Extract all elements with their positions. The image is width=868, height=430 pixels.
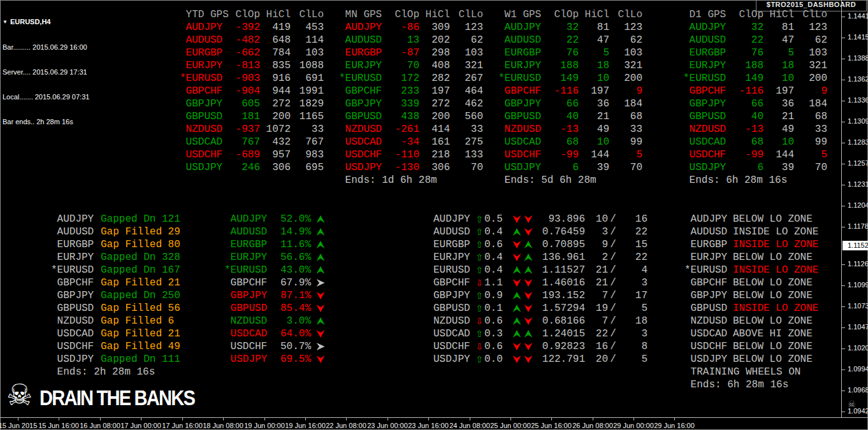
chevron-dn-icon (524, 228, 533, 236)
bid-cell: 18 (618, 315, 647, 327)
time-axis-label: 25 Jun 16:00 (531, 422, 572, 429)
chevron-dn-icon (513, 215, 521, 223)
slash: / (608, 251, 618, 264)
cllo-cell: 123 (794, 21, 827, 34)
zone-cell: BELOW LO ZONE (733, 340, 813, 353)
gps-row: NZDUSD-134933 (683, 123, 827, 136)
zone-cell: BELOW LO ZONE (733, 213, 813, 226)
slash: / (608, 353, 618, 366)
pct-cell: 64.0% (274, 327, 311, 340)
price-cell: 1.11527 (534, 264, 585, 276)
price-axis[interactable]: 1.144101.141501.138851.136251.133601.130… (841, 0, 868, 417)
cllo-cell: 200 (609, 72, 642, 85)
cllo-cell: 9 (794, 85, 827, 97)
ends-row: Ends: 1d 6h 28m (339, 174, 483, 187)
symbol-cell: AUDUSD (339, 34, 382, 47)
clop-cell: 13 (382, 34, 419, 47)
psycho-value: 0.1 (484, 302, 503, 315)
price-axis-label: 1.10470 (848, 323, 868, 331)
hicl-cell: 81 (579, 21, 609, 34)
gps-row: GBPCHF-1161979 (683, 85, 827, 97)
clop-cell: -13 (727, 123, 763, 136)
col-header-clop: ClOp (727, 8, 763, 21)
ytd-range-title: YTD % IN RANGE (224, 200, 316, 213)
clop-cell: 767 (223, 136, 260, 148)
hicl-cell: 197 (419, 85, 450, 97)
slash: / (608, 289, 618, 302)
gps-row: USDCHF-991445 (683, 148, 827, 161)
clop-cell: 76 (727, 47, 763, 59)
chevron-dn-icon (524, 292, 533, 299)
symbol-cell: *EURUSD (683, 72, 727, 85)
chevron-dn-icon (524, 343, 533, 350)
price-cell: 0.76459 (534, 226, 585, 238)
cllo-cell: 114 (291, 34, 324, 47)
chevron-dn-icon (513, 279, 521, 287)
cllo-cell: 267 (450, 72, 483, 85)
arrow-cell (523, 305, 534, 312)
hicl-cell: 916 (260, 72, 291, 85)
time-axis[interactable]: 15 Jun 201515 Jun 16:0016 Jun 08:0017 Ju… (0, 417, 868, 430)
clop-cell: 40 (727, 110, 763, 123)
clop-cell: -904 (223, 85, 260, 97)
slash: / (608, 226, 618, 238)
psycho-row: GBPCHF⇩1.11.4601621/3 (433, 276, 647, 289)
symbol-cell: NZDUSD (51, 315, 101, 327)
gps-row: EURGBP765103 (683, 47, 827, 59)
symbol-cell: NZDUSD (498, 123, 542, 136)
pct-cell: 43.0% (274, 264, 311, 276)
cllo-cell: 321 (450, 59, 483, 72)
hicl-cell: 18 (763, 59, 794, 72)
price-tick (842, 122, 845, 122)
clop-cell: -110 (382, 148, 419, 161)
psycho-value: 0.6 (484, 315, 503, 327)
psycho-title: H4 PSYCHO .1.0 (433, 200, 532, 213)
gps-row: AUDUSD224762 (498, 34, 642, 47)
symbol-cell: USDCAD (51, 327, 101, 340)
symbol-cell: EURJPY (339, 59, 382, 72)
price-axis-label: 1.12310 (848, 180, 868, 188)
weekly-gap-title: Weekly Gap (51, 200, 119, 213)
ytd-range-row: EURGBP11.6% (224, 238, 330, 251)
gps-row: USDJPY63970 (683, 161, 827, 174)
price-tick (842, 143, 845, 143)
gps-row: NZDUSD-937107233 (180, 123, 324, 136)
price-axis-label: 1.10730 (848, 302, 868, 310)
psycho-value: 0.4 (484, 251, 503, 264)
cllo-cell: 70 (450, 161, 483, 174)
clop-cell: -86 (382, 21, 419, 34)
chevron-dn-icon (524, 317, 533, 325)
pct-cell: 11.6% (274, 238, 311, 251)
symbol-cell: AUDUSD (433, 226, 474, 238)
psycho-value: 0.9 (484, 289, 503, 302)
chevron-up-icon (524, 254, 533, 261)
gps-row: GBPCHF-1161979 (498, 85, 642, 97)
slash: / (608, 264, 618, 276)
time-axis-label: 15 Jun 2015 (0, 422, 37, 429)
symbol-dropdown-icon[interactable]: ▼ (3, 19, 8, 25)
symbol-cell: USDCHF (180, 148, 223, 161)
symbol-cell: NZDUSD (683, 123, 727, 136)
col-header-clop: ClOp (223, 8, 260, 21)
price-tick (842, 285, 845, 286)
symbol-cell: GBPJPY (433, 289, 474, 302)
arrow-cell (311, 343, 330, 350)
arrow-cell (511, 305, 523, 312)
time-axis-label: 19 Jun 16:00 (285, 422, 326, 429)
askbid-title: Ask-/Bid+ (593, 200, 647, 213)
current-price-badge: 1.11527 (843, 241, 868, 250)
weekly-gap-row: *EURUSDGapped Dn 167 (51, 264, 247, 276)
ytd-range-table: AUDJPY52.0% AUDUSD14.9% EURGBP11.6% EURJ… (224, 213, 330, 366)
cllo-cell: 68 (794, 110, 827, 123)
chevron-up-icon (513, 292, 521, 299)
arrow-cell (511, 355, 523, 363)
cllo-cell: 560 (450, 110, 483, 123)
gps-row: USDJPY-13030670 (339, 161, 483, 174)
hicl-cell: 144 (763, 148, 794, 161)
ends-row: Ends: 6h 28m 16s (683, 174, 827, 187)
bid-cell: 22 (618, 226, 647, 238)
clop-cell: -662 (223, 47, 260, 59)
gps-table-d1: D1 GPSClOpHiClClLo AUDJPY3281123 AUDUSD2… (683, 8, 827, 187)
arrow-cell (523, 279, 534, 287)
symbol-cell: *EURUSD (224, 264, 274, 276)
